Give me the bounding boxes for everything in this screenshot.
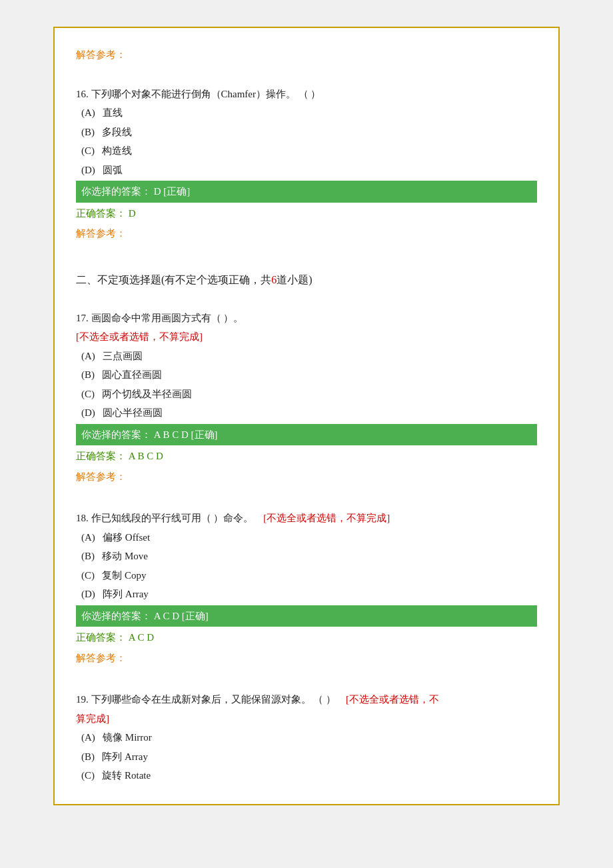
q18-option-c: (C) 复制 Copy [81, 566, 537, 585]
q19-option-b: (B) 阵列 Array [81, 747, 537, 767]
q16-correct-answer: 正确答案： D [76, 204, 537, 223]
q17-answer-ref-text: 解答参考： [76, 471, 126, 482]
q17-note: [不选全或者选错，不算完成] [76, 327, 537, 347]
q17-option-c: (C) 两个切线及半径画圆 [81, 385, 537, 404]
question-16: 16. 下列哪个对象不能进行倒角（Chamfer）操作。 （ ） (A) 直线 … [76, 85, 537, 243]
q17-option-d: (D) 圆心半径画圆 [81, 403, 537, 423]
q16-your-answer: 你选择的答案： D [正确] [76, 181, 537, 203]
q16-option-d: (D) 圆弧 [81, 161, 537, 180]
answer-ref-before-q16: 解答参考： [76, 45, 537, 65]
q16-option-c: (C) 构造线 [81, 141, 537, 161]
q16-option-a: (A) 直线 [81, 103, 537, 123]
q18-your-answer: 你选择的答案： A C D [正确] [76, 605, 537, 627]
q16-answer-ref: 解答参考： [76, 224, 537, 243]
q19-text: 19. 下列哪些命令在生成新对象后，又能保留源对象。 （ ） [不选全或者选错，… [76, 690, 537, 709]
question-19: 19. 下列哪些命令在生成新对象后，又能保留源对象。 （ ） [不选全或者选错，… [76, 690, 537, 785]
q19-option-a: (A) 镜像 Mirror [81, 728, 537, 747]
question-18: 18. 作已知线段的平行线可用（ ）命令。 [不选全或者选错，不算完成] (A)… [76, 509, 537, 667]
q17-option-a: (A) 三点画圆 [81, 347, 537, 366]
q18-option-d: (D) 阵列 Array [81, 585, 537, 604]
q17-your-answer: 你选择的答案： A B C D [正确] [76, 424, 537, 446]
q18-option-b: (B) 移动 Move [81, 547, 537, 566]
q16-option-b: (B) 多段线 [81, 123, 537, 142]
q17-answer-ref: 解答参考： [76, 467, 537, 487]
question-17: 17. 画圆命令中常用画圆方式有（ ）。 [不选全或者选错，不算完成] (A) … [76, 309, 537, 487]
q17-correct-answer: 正确答案： A B C D [76, 447, 537, 466]
q17-option-b: (B) 圆心直径画圆 [81, 365, 537, 385]
q18-answer-ref-text: 解答参考： [76, 653, 126, 663]
q16-answer-ref-text: 解答参考： [76, 228, 126, 239]
section-2-title: 二、不定项选择题(有不定个选项正确，共6道小题) [76, 270, 537, 290]
q19-option-c: (C) 旋转 Rotate [81, 766, 537, 785]
q18-note-inline: [不选全或者选错，不算完成] [263, 513, 390, 523]
q18-text: 18. 作已知线段的平行线可用（ ）命令。 [不选全或者选错，不算完成] [76, 509, 537, 528]
q18-correct-answer: 正确答案： A C D [76, 628, 537, 647]
main-container: 解答参考： 16. 下列哪个对象不能进行倒角（Chamfer）操作。 （ ） (… [53, 27, 560, 805]
q19-note-overflow: 算完成] [76, 709, 537, 729]
q16-text: 16. 下列哪个对象不能进行倒角（Chamfer）操作。 （ ） [76, 85, 537, 104]
q17-text: 17. 画圆命令中常用画圆方式有（ ）。 [76, 309, 537, 328]
answer-ref-text-1: 解答参考： [76, 49, 126, 60]
q18-answer-ref: 解答参考： [76, 649, 537, 668]
q18-option-a: (A) 偏移 Offset [81, 528, 537, 547]
q19-note-inline: [不选全或者选错，不 [346, 694, 439, 705]
